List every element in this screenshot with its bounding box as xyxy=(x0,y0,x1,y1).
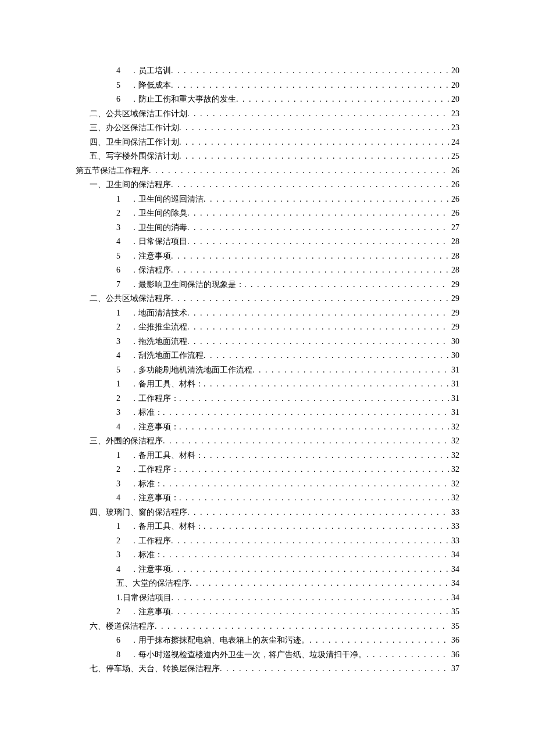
toc-entry-separator: ． xyxy=(130,449,138,463)
toc-entry-page: 37 xyxy=(449,662,459,676)
toc-entry-number: 1 xyxy=(116,192,130,207)
toc-entry[interactable]: 3．标准：34 xyxy=(76,548,459,562)
toc-entry-title: 注意事项 xyxy=(138,249,171,264)
toc-entry-title: 最影响卫生间保洁的现象是： xyxy=(138,278,244,292)
toc-entry-title: 注意事项 xyxy=(138,605,171,619)
toc-entry-page: 26 xyxy=(449,192,459,207)
toc-entry[interactable]: 4．日常保洁项目28 xyxy=(76,235,459,249)
toc-entry-leader xyxy=(187,506,449,520)
toc-entry-number: 4 xyxy=(116,491,130,506)
toc-entry-number: 7 xyxy=(116,278,130,292)
toc-entry-page: 31 xyxy=(449,377,459,392)
toc-entry[interactable]: 2．卫生间的除臭26 xyxy=(76,206,459,221)
toc-entry[interactable]: 4．注意事项：32 xyxy=(76,491,459,506)
toc-entry[interactable]: 3．标准：32 xyxy=(76,477,459,492)
toc-entry[interactable]: 2．工作程序：32 xyxy=(76,463,459,477)
toc-entry[interactable]: 5．降低成本20 xyxy=(76,78,459,93)
toc-entry[interactable]: 三、外围的保洁程序32 xyxy=(76,434,459,449)
toc-entry-title: 拖洗地面流程 xyxy=(138,335,187,349)
toc-entry[interactable]: 四、卫生间保洁工作计划24 xyxy=(76,135,459,150)
toc-entry[interactable]: 二、公共区域保洁工作计划23 xyxy=(76,107,459,121)
toc-entry-leader xyxy=(187,335,449,349)
toc-entry[interactable]: 2．注意事项35 xyxy=(76,605,459,619)
toc-entry[interactable]: 1．地面清洁技术29 xyxy=(76,306,459,321)
toc-entry-leader xyxy=(179,392,449,406)
toc-entry-leader xyxy=(171,562,449,577)
toc-entry[interactable]: 2．工作程序：31 xyxy=(76,392,459,406)
toc-entry[interactable]: 2．尘推推尘流程29 xyxy=(76,320,459,335)
toc-entry[interactable]: 5．注意事项28 xyxy=(76,249,459,264)
toc-entry[interactable]: 三、办公区保洁工作计划23 xyxy=(76,121,459,135)
toc-entry-leader xyxy=(309,633,449,648)
toc-entry[interactable]: 2．工作程序33 xyxy=(76,534,459,549)
toc-entry[interactable]: 第五节保洁工作程序26 xyxy=(76,164,459,178)
toc-entry-page: 29 xyxy=(449,292,459,306)
toc-entry-page: 32 xyxy=(449,420,459,435)
toc-entry-page: 31 xyxy=(449,363,459,378)
toc-entry-number: 3 xyxy=(116,406,130,420)
toc-entry-leader xyxy=(171,64,449,78)
toc-entry-leader xyxy=(204,449,449,463)
toc-entry-separator: ． xyxy=(130,377,138,392)
toc-entry-title: 日常保洁项目 xyxy=(138,235,187,249)
toc-entry[interactable]: 4．注意事项：32 xyxy=(76,420,459,435)
toc-entry[interactable]: 3．卫生间的消毒27 xyxy=(76,221,459,235)
toc-entry[interactable]: 五、大堂的保洁程序34 xyxy=(76,576,459,591)
toc-entry[interactable]: 二、公共区域保洁程序29 xyxy=(76,292,459,306)
toc-entry-page: 23 xyxy=(449,121,459,135)
toc-entry[interactable]: 6．防止工伤和重大事故的发生20 xyxy=(76,92,459,107)
toc-entry[interactable]: 四、玻璃门、窗的保洁程序33 xyxy=(76,506,459,520)
toc-entry[interactable]: 1．备用工具、材料：33 xyxy=(76,519,459,534)
toc-entry-page: 28 xyxy=(449,235,459,249)
toc-entry-page: 20 xyxy=(449,92,459,107)
toc-entry[interactable]: 5．多功能刷地机清洗地面工作流程31 xyxy=(76,363,459,378)
toc-entry-title: 卫生间的消毒 xyxy=(138,221,187,235)
toc-entry[interactable]: 7．最影响卫生间保洁的现象是：29 xyxy=(76,278,459,292)
toc-entry[interactable]: 七、停车场、天台、转换层保洁程序37 xyxy=(76,662,459,676)
toc-entry[interactable]: 4．员工培训20 xyxy=(76,64,459,78)
toc-entry-title: 地面清洁技术 xyxy=(138,306,187,321)
toc-entry-page: 32 xyxy=(449,491,459,506)
toc-entry-separator: ． xyxy=(130,420,138,435)
toc-entry-leader xyxy=(187,320,449,335)
toc-entry[interactable]: 4．刮洗地面工作流程30 xyxy=(76,349,459,363)
toc-entry-separator: ． xyxy=(130,206,138,221)
toc-entry-leader xyxy=(179,121,449,135)
toc-entry[interactable]: 六、楼道保洁程序35 xyxy=(76,619,459,634)
toc-entry-leader xyxy=(171,78,449,93)
toc-entry-leader xyxy=(204,349,449,363)
toc-entry-page: 30 xyxy=(449,349,459,363)
toc-entry-title: 降低成本 xyxy=(138,78,171,93)
toc-entry[interactable]: 6．保洁程序28 xyxy=(76,263,459,278)
toc-entry-title: 备用工具、材料： xyxy=(138,449,204,463)
toc-entry-title: 一、卫生间的保洁程序 xyxy=(90,178,171,192)
toc-entry[interactable]: 1．卫生间的巡回清洁26 xyxy=(76,192,459,207)
toc-entry-leader xyxy=(204,519,449,534)
toc-entry[interactable]: 6．用于抹布擦抹配电箱、电表箱上的灰尘和污迹。36 xyxy=(76,633,459,648)
toc-entry[interactable]: 五、写字楼外围保洁计划25 xyxy=(76,149,459,164)
toc-entry[interactable]: 3．标准：31 xyxy=(76,406,459,420)
toc-entry[interactable]: 3．拖洗地面流程30 xyxy=(76,335,459,349)
toc-entry-page: 32 xyxy=(449,434,459,449)
toc-entry-title: 每小时巡视检查楼道内外卫生一次，将广告纸、垃圾清扫干净。 xyxy=(138,648,366,662)
toc-entry-leader xyxy=(171,249,449,264)
toc-entry-page: 26 xyxy=(449,164,459,178)
toc-entry[interactable]: 1.日常保洁项目34 xyxy=(76,591,459,605)
toc-entry[interactable]: 4．注意事项34 xyxy=(76,562,459,577)
toc-entry[interactable]: 一、卫生间的保洁程序26 xyxy=(76,178,459,192)
toc-entry-leader xyxy=(163,548,449,562)
toc-entry-title: 六、楼道保洁程序 xyxy=(90,619,155,634)
toc-entry[interactable]: 8．每小时巡视检查楼道内外卫生一次，将广告纸、垃圾清扫干净。36 xyxy=(76,648,459,662)
toc-entry-title: 工作程序： xyxy=(138,463,179,477)
toc-entry-leader xyxy=(179,420,449,435)
toc-entry-number: 4 xyxy=(116,562,130,577)
toc-entry-number: 5 xyxy=(116,249,130,264)
toc-entry[interactable]: 1．备用工具、材料：32 xyxy=(76,449,459,463)
toc-entry-page: 33 xyxy=(449,534,459,549)
toc-entry-leader xyxy=(187,206,449,221)
toc-entry-title: 七、停车场、天台、转换层保洁程序 xyxy=(90,662,220,676)
toc-entry-title: 刮洗地面工作流程 xyxy=(138,349,204,363)
toc-entry-leader xyxy=(149,164,449,178)
toc-entry-page: 32 xyxy=(449,463,459,477)
toc-entry[interactable]: 1．备用工具、材料：31 xyxy=(76,377,459,392)
